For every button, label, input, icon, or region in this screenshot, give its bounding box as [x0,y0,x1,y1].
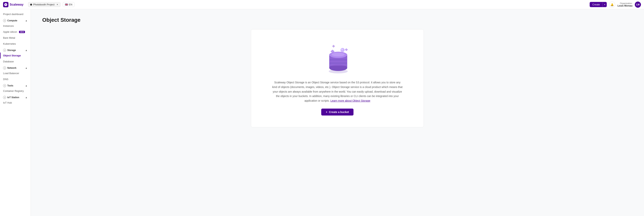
kubernetes-label: Kubernetes [3,42,16,45]
layout: Project dashboard ⊙ Compute ▲ Instances … [0,9,644,216]
svg-point-12 [340,48,345,52]
compute-icon: ⊙ [3,19,6,22]
topbar-right: Create ▾ 🔔 Organization: Louis Moreau LM [590,2,641,8]
sidebar-item-iot-hub[interactable]: IoT Hub [0,100,30,106]
sidebar-item-instances[interactable]: Instances [0,23,30,29]
sidebar-section-iot-name: ⊙ IoT Station [3,96,19,99]
network-label: Network [7,67,16,69]
apple-silicon-label: Apple silicon [3,30,17,33]
sidebar-item-dns[interactable]: DNS [0,76,30,82]
sidebar-item-apple-silicon[interactable]: Apple silicon NEW [0,29,30,35]
sidebar-section-tools[interactable]: ⊙ Tools ▲ [0,82,30,88]
tools-label: Tools [7,84,13,87]
learn-more-link[interactable]: Learn more about Object Storage [330,99,370,102]
sidebar: Project dashboard ⊙ Compute ▲ Instances … [0,9,31,216]
load-balancer-label: Load Balancer [3,72,19,75]
svg-marker-10 [345,48,348,51]
container-registry-label: Container Registry [3,89,24,92]
sidebar-item-bare-metal[interactable]: Bare Metal [0,35,30,41]
plus-icon: + [326,111,328,114]
compute-collapse-icon: ▲ [25,19,28,22]
object-storage-label: Object Storage [3,54,21,57]
tools-icon: ⊙ [3,84,6,87]
sidebar-section-network-name: ⊙ Network [3,66,16,69]
sidebar-section-tools-name: ⊙ Tools [3,84,13,87]
sidebar-section-compute[interactable]: ⊙ Compute ▲ [0,17,30,23]
sidebar-section-network[interactable]: ⊙ Network ▲ [0,64,30,70]
iot-collapse-icon: ▲ [25,96,28,99]
sidebar-item-object-storage[interactable]: Object Storage [0,53,30,59]
notifications-button[interactable]: 🔔 [609,2,615,8]
svg-point-13 [342,49,343,50]
svg-rect-5 [329,61,347,62]
flag-icon: 🇬🇧 [65,3,68,6]
compute-label: Compute [7,19,17,22]
logo-icon [3,2,8,7]
topbar: Scaleway Photobooth Project ▼ 🇬🇧 EN Crea… [0,0,644,9]
create-bucket-button[interactable]: + Create a bucket [321,109,354,116]
create-button-arrow-icon[interactable]: ▾ [603,2,607,7]
language-selector[interactable]: 🇬🇧 EN [63,2,74,7]
svg-marker-11 [332,45,335,48]
logo-text: Scaleway [10,3,24,6]
sidebar-item-load-balancer[interactable]: Load Balancer [0,70,30,76]
sidebar-item-database[interactable]: Database [0,59,30,64]
sidebar-section-iot[interactable]: ⊙ IoT Station ▲ [0,94,30,100]
apple-silicon-badge: NEW [19,31,25,33]
project-selector[interactable]: Photobooth Project ▼ [28,2,60,7]
create-bucket-label: Create a bucket [329,111,349,114]
iot-icon: ⊙ [3,96,6,99]
sidebar-item-kubernetes[interactable]: Kubernetes [0,41,30,47]
sidebar-section-compute-name: ⊙ Compute [3,19,17,22]
network-icon: ⊙ [3,66,6,69]
scaleway-logo-icon [4,3,8,6]
sidebar-item-project-dashboard[interactable]: Project dashboard [0,11,30,17]
sidebar-section-storage-name: ⊙ Storage [3,49,16,52]
logo[interactable]: Scaleway [3,2,24,7]
sidebar-item-container-registry[interactable]: Container Registry [0,88,30,94]
bell-icon: 🔔 [610,3,614,6]
iot-label: IoT Station [7,96,19,99]
storage-collapse-icon: ▲ [25,49,28,52]
storage-icon: ⊙ [3,49,6,52]
project-dashboard-label: Project dashboard [3,13,24,16]
create-button-label: Create [590,2,602,7]
page-title: Object Storage [42,17,632,23]
language-label: EN [69,3,72,6]
project-selector-chevron: ▼ [56,4,58,6]
svg-point-8 [332,53,345,56]
create-button[interactable]: Create ▾ [590,2,607,7]
org-label: Organization: [620,2,632,5]
network-collapse-icon: ▲ [25,67,28,69]
avatar[interactable]: LM [635,2,641,8]
sidebar-section-storage[interactable]: ⊙ Storage ▲ [0,47,30,53]
database-label: Database [3,60,14,63]
tools-collapse-icon: ▲ [25,84,28,87]
empty-state-description: Scaleway Object Storage is an Object Sto… [272,80,403,103]
org-info: Organization: Louis Moreau [618,2,632,7]
avatar-initials: LM [636,3,640,6]
project-name: Photobooth Project [33,3,54,6]
object-storage-illustration [320,41,355,76]
dns-label: DNS [3,78,8,81]
project-dot-icon [30,4,32,6]
bare-metal-label: Bare Metal [3,36,15,39]
iot-hub-label: IoT Hub [3,101,12,104]
main-content: Object Storage [31,9,644,216]
empty-state-card: Scaleway Object Storage is an Object Sto… [251,29,424,127]
user-name: Louis Moreau [618,5,632,7]
svg-rect-6 [329,64,347,66]
instances-label: Instances [3,25,14,27]
storage-label: Storage [7,49,16,52]
